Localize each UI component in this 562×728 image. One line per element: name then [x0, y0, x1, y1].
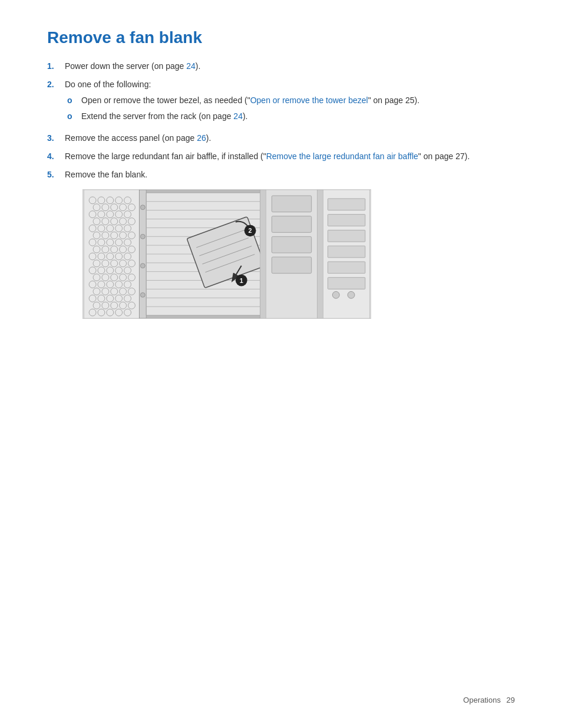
diagram-svg: 2 1 [83, 190, 371, 318]
step-1: Power down the server (on page 24). [47, 60, 515, 73]
svg-rect-125 [328, 230, 365, 242]
step-2-sub-1-link[interactable]: Open or remove the tower bezel [250, 95, 368, 105]
svg-rect-123 [328, 199, 365, 210]
svg-text:2: 2 [249, 227, 252, 234]
step-2-sub-1-text: Open or remove the tower bezel, as neede… [81, 94, 419, 107]
svg-point-91 [140, 292, 145, 297]
step-2: Do one of the following: Open or remove … [47, 78, 515, 126]
step-3-link[interactable]: 26 [197, 133, 206, 143]
page-title: Remove a fan blank [47, 28, 515, 47]
svg-point-90 [140, 263, 145, 268]
svg-rect-124 [328, 215, 365, 226]
step-2-sub-2: Extend the server from the rack (on page… [65, 110, 515, 123]
svg-rect-119 [272, 236, 311, 253]
svg-point-89 [140, 234, 145, 239]
step-1-content: Power down the server (on page 24). [65, 60, 515, 73]
step-1-link[interactable]: 24 [186, 61, 196, 71]
svg-rect-120 [272, 257, 311, 274]
svg-text:1: 1 [240, 277, 243, 284]
step-4-content: Remove the large redundant fan air baffl… [65, 150, 515, 163]
step-2-sub-2-text: Extend the server from the rack (on page… [81, 110, 248, 123]
svg-rect-115 [260, 190, 266, 318]
footer-section: Operations [463, 696, 501, 704]
step-3: Remove the access panel (on page 26). [47, 132, 515, 144]
svg-rect-118 [272, 216, 311, 233]
step-2-sublist: Open or remove the tower bezel, as neede… [65, 94, 515, 123]
svg-rect-133 [146, 190, 260, 193]
step-4: Remove the large redundant fan air baffl… [47, 150, 515, 163]
svg-rect-127 [328, 262, 365, 274]
svg-rect-134 [146, 315, 260, 318]
svg-rect-121 [318, 190, 323, 318]
svg-point-130 [348, 291, 355, 298]
steps-list: Power down the server (on page 24). Do o… [47, 60, 515, 319]
footer: Operations 29 [459, 696, 515, 704]
svg-rect-126 [328, 246, 365, 258]
step-2-sub-2-link[interactable]: 24 [233, 111, 243, 121]
footer-page-number: 29 [507, 696, 515, 704]
svg-rect-117 [272, 196, 311, 212]
svg-rect-128 [328, 278, 365, 289]
svg-point-129 [332, 291, 339, 298]
step-3-content: Remove the access panel (on page 26). [65, 132, 515, 144]
step-4-link[interactable]: Remove the large redundant fan air baffl… [266, 151, 418, 161]
svg-point-88 [140, 205, 145, 210]
step-5-content: Remove the fan blank. [65, 169, 515, 319]
step-5: Remove the fan blank. [47, 169, 515, 319]
fan-blank-diagram: 2 1 [82, 189, 371, 319]
step-2-content: Do one of the following: Open or remove … [65, 78, 515, 126]
figure-container: 2 1 [82, 189, 515, 319]
step-2-sub-1: Open or remove the tower bezel, as neede… [65, 94, 515, 107]
